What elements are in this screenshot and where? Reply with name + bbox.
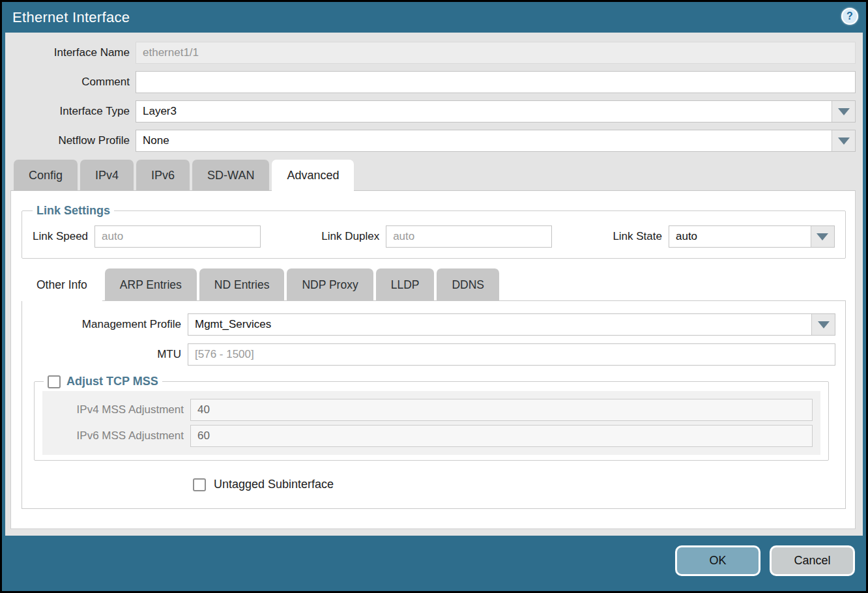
ipv4-mss-input: [191, 399, 812, 420]
tab-ddns[interactable]: DDNS: [437, 268, 499, 301]
comment-row: Comment: [10, 71, 856, 93]
link-settings-legend: Link Settings: [33, 204, 114, 218]
cancel-button[interactable]: Cancel: [770, 545, 855, 576]
interface-name-input: [136, 42, 855, 63]
mtu-input[interactable]: [188, 344, 835, 365]
netflow-profile-dropdown[interactable]: None: [136, 130, 856, 152]
link-speed-label: Link Speed: [33, 230, 94, 243]
other-info-panel: Management Profile Mgmt_Services MTU: [22, 300, 846, 509]
netflow-profile-row: Netflow Profile None: [10, 130, 856, 152]
tab-config[interactable]: Config: [14, 160, 78, 191]
tab-arp-entries[interactable]: ARP Entries: [105, 268, 197, 301]
link-state-label: Link State: [613, 230, 669, 243]
ipv4-mss-row: IPv4 MSS Adjustment: [50, 399, 813, 421]
link-duplex-input[interactable]: [386, 226, 551, 247]
interface-type-row: Interface Type Layer3: [10, 100, 856, 123]
chevron-down-icon: [817, 233, 828, 240]
interface-type-label: Interface Type: [10, 105, 136, 118]
ok-button[interactable]: OK: [675, 545, 760, 576]
adjust-tcp-mss-legend: Adjust TCP MSS: [44, 375, 162, 388]
tab-other-info[interactable]: Other Info: [22, 268, 102, 301]
untagged-subinterface-row: Untagged Subinterface: [193, 478, 835, 491]
ipv6-mss-label: IPv6 MSS Adjustment: [50, 429, 190, 442]
link-speed-pair: Link Speed: [33, 225, 261, 248]
interface-type-dropdown[interactable]: Layer3: [136, 100, 856, 123]
mtu-row: MTU: [25, 343, 835, 366]
interface-type-value: Layer3: [136, 105, 832, 118]
ipv6-mss-row: IPv6 MSS Adjustment: [50, 425, 813, 447]
tab-lldp[interactable]: LLDP: [376, 268, 435, 301]
management-profile-dropdown-button[interactable]: [811, 314, 835, 335]
help-icon[interactable]: ?: [841, 8, 858, 25]
chevron-down-icon: [838, 137, 850, 145]
adjust-tcp-mss-checkbox[interactable]: [48, 375, 61, 388]
dialog-footer: OK Cancel: [2, 536, 866, 591]
inner-tab-bar: Other Info ARP Entries ND Entries NDP Pr…: [22, 268, 846, 301]
comment-input[interactable]: [136, 72, 855, 93]
ipv6-mss-input: [191, 426, 812, 446]
interface-name-row: Interface Name: [10, 42, 856, 64]
link-settings-row: Link Speed Link Duplex Link State: [31, 223, 836, 248]
link-speed-field: [94, 225, 261, 248]
link-state-pair: Link State auto: [613, 225, 835, 248]
mtu-label: MTU: [25, 348, 188, 361]
interface-name-label: Interface Name: [10, 46, 136, 59]
link-state-dropdown-button[interactable]: [811, 226, 834, 247]
ipv4-mss-label: IPv4 MSS Adjustment: [50, 403, 190, 416]
ethernet-interface-dialog: Ethernet Interface ? Interface Name Comm…: [2, 2, 866, 591]
dialog-title-bar: Ethernet Interface ?: [2, 2, 866, 33]
link-duplex-pair: Link Duplex: [321, 225, 552, 248]
ipv4-mss-field: [190, 399, 813, 421]
interface-name-field: [136, 42, 856, 64]
ipv6-mss-field: [190, 425, 813, 447]
link-duplex-label: Link Duplex: [321, 230, 386, 243]
tab-advanced[interactable]: Advanced: [272, 160, 354, 191]
netflow-profile-value: None: [136, 134, 832, 147]
dialog-body: Interface Name Comment Interface Type La…: [5, 33, 863, 536]
link-state-value: auto: [669, 230, 811, 243]
management-profile-value: Mgmt_Services: [188, 318, 811, 331]
management-profile-row: Management Profile Mgmt_Services: [25, 313, 835, 336]
link-speed-input[interactable]: [95, 226, 260, 247]
netflow-profile-label: Netflow Profile: [10, 134, 136, 147]
mtu-field: [188, 343, 835, 366]
link-settings-fieldset: Link Settings Link Speed Link Duplex: [22, 204, 846, 259]
adjust-tcp-mss-fieldset: Adjust TCP MSS IPv4 MSS Adjustment IPv6 …: [34, 375, 829, 461]
tab-ipv4[interactable]: IPv4: [80, 160, 134, 191]
link-duplex-field: [386, 225, 552, 248]
advanced-tab-panel: Link Settings Link Speed Link Duplex: [10, 190, 856, 529]
comment-label: Comment: [10, 76, 136, 89]
untagged-subinterface-checkbox[interactable]: [193, 478, 206, 491]
tab-sdwan[interactable]: SD-WAN: [192, 160, 269, 191]
management-profile-dropdown[interactable]: Mgmt_Services: [188, 313, 835, 336]
interface-type-dropdown-button[interactable]: [832, 101, 855, 122]
link-state-dropdown[interactable]: auto: [669, 225, 835, 248]
mss-disabled-area: IPv4 MSS Adjustment IPv6 MSS Adjustment: [42, 391, 820, 455]
comment-field: [136, 71, 856, 93]
main-tab-bar: Config IPv4 IPv6 SD-WAN Advanced: [14, 160, 856, 191]
dialog-title: Ethernet Interface: [12, 9, 130, 26]
tab-nd-entries[interactable]: ND Entries: [199, 268, 285, 301]
tab-ndp-proxy[interactable]: NDP Proxy: [287, 268, 373, 301]
chevron-down-icon: [818, 321, 830, 328]
untagged-subinterface-label: Untagged Subinterface: [214, 478, 334, 491]
tab-ipv6[interactable]: IPv6: [136, 160, 190, 191]
chevron-down-icon: [838, 108, 850, 115]
adjust-tcp-mss-legend-text: Adjust TCP MSS: [66, 375, 158, 388]
netflow-profile-dropdown-button[interactable]: [832, 130, 855, 151]
management-profile-label: Management Profile: [25, 318, 188, 331]
